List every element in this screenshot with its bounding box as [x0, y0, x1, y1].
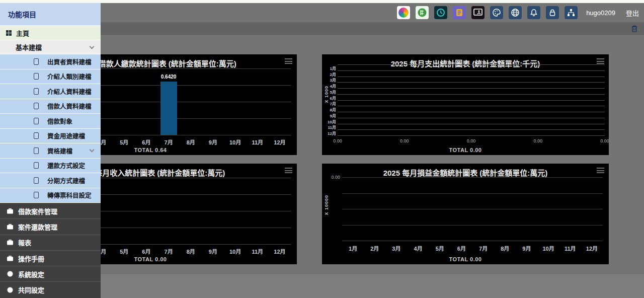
- x-axis-label: 2月: [366, 244, 383, 252]
- grid-line: [338, 77, 605, 77]
- y-axis-label: 3月: [323, 77, 336, 83]
- sidebar: 功能項目 主頁 基本建檔 出資者資料建檔介紹人類別建檔介紹人資料建檔借款人資料建…: [0, 3, 101, 298]
- bell-app-icon[interactable]: [527, 6, 540, 19]
- sidebar-item-label: 借款對象: [47, 116, 72, 126]
- document-icon: [34, 162, 39, 169]
- x-axis-tick-label: 0.00: [461, 138, 481, 143]
- sidebar-item-label: 主頁: [16, 28, 29, 38]
- page-top-strip: [0, 0, 644, 3]
- grid-line: [342, 241, 603, 241]
- colorful-swirl-app-icon[interactable]: [397, 6, 410, 19]
- grid-line: [338, 64, 605, 65]
- x-axis-label: 1月: [345, 244, 362, 252]
- globe-app-icon[interactable]: [509, 6, 522, 19]
- sidebar-item-介紹人類別建檔[interactable]: 介紹人類別建檔: [0, 69, 101, 85]
- sidebar-item-label: 出資者資料建檔: [47, 57, 92, 66]
- x-axis-tick-label: 0.00: [528, 138, 548, 143]
- x-axis-label: 3月: [388, 244, 405, 252]
- sidebar-item-資金用途建檔[interactable]: 資金用途建檔: [0, 129, 101, 144]
- grid-line: [342, 193, 603, 194]
- x-axis-label: 7月: [160, 247, 177, 255]
- x-axis-tick-label: 0.00: [595, 138, 615, 143]
- sphere-icon: [7, 271, 14, 277]
- chart-total-label: TOTAL 0.00: [322, 256, 609, 262]
- trash-icon[interactable]: [630, 24, 639, 33]
- document-icon: [34, 147, 39, 154]
- sidebar-item-label: 資金用途建檔: [47, 131, 85, 140]
- sidebar-item-借款對象[interactable]: 借款對象: [0, 114, 101, 129]
- sidebar-item-label: 借款人資料建檔: [47, 101, 92, 111]
- grid-line: [342, 209, 603, 209]
- grid-line: [338, 106, 605, 106]
- document-icon: [34, 118, 39, 124]
- grid-line: [338, 118, 605, 118]
- x-axis-label: 9月: [204, 247, 221, 255]
- x-axis-tick-label: 0.00: [328, 138, 348, 143]
- y-axis-label: 2月: [323, 71, 336, 77]
- grid-line: [342, 225, 603, 226]
- grid-line: [338, 112, 605, 112]
- grid-line: [338, 124, 605, 124]
- sidebar-item-借款人資料建檔[interactable]: 借款人資料建檔: [0, 99, 101, 114]
- sidebar-item-出資者資料建檔[interactable]: 出資者資料建檔: [0, 54, 101, 69]
- sidebar-item-報表[interactable]: 報表: [0, 235, 101, 250]
- sidebar-item-label: 轉傳票科目設定: [47, 190, 92, 200]
- grid-line: [338, 82, 605, 83]
- sidebar-item-label: 還款方式設定: [47, 161, 85, 170]
- briefcase-icon: [7, 224, 14, 230]
- sidebar-item-label: 案件還款管理: [18, 222, 57, 232]
- x-axis-label: 10月: [227, 247, 244, 255]
- logout-button[interactable]: 登出: [626, 8, 639, 18]
- x-axis-label: 5月: [116, 138, 133, 146]
- chart-context-menu-icon[interactable]: [285, 58, 292, 65]
- grid-line: [338, 70, 605, 71]
- x-axis-label: 8月: [182, 247, 199, 255]
- y-axis-tick-label: 0.00: [321, 175, 340, 180]
- sidebar-item-介紹人資料建檔[interactable]: 介紹人資料建檔: [0, 84, 101, 99]
- presentation-app-icon[interactable]: [471, 6, 485, 19]
- sidebar-item-共同設定[interactable]: 共同設定: [0, 281, 101, 297]
- y-axis-label: 10月: [323, 119, 336, 124]
- axis-unit-label: X 1000: [324, 86, 329, 103]
- x-axis-label: 4月: [410, 244, 427, 252]
- green-finance-app-icon[interactable]: [416, 6, 429, 19]
- clock-app-icon[interactable]: [434, 6, 447, 19]
- x-axis-label: 8月: [182, 138, 199, 146]
- sidebar-item-還款方式設定[interactable]: 還款方式設定: [0, 159, 101, 174]
- chart-context-menu-icon[interactable]: [285, 168, 292, 175]
- y-axis-label: 12月: [323, 130, 336, 136]
- x-axis-label: 6月: [453, 244, 470, 252]
- document-icon: [34, 88, 39, 95]
- sidebar-item-label: 報表: [18, 238, 31, 247]
- sidebar-item-資格建檔[interactable]: 資格建檔: [0, 143, 101, 159]
- bar: [160, 82, 177, 135]
- document-icon: [34, 73, 39, 80]
- x-axis-label: 10月: [540, 244, 557, 252]
- grid-line: [338, 129, 605, 130]
- sphere-icon: [7, 287, 14, 293]
- sidebar-item-案件還款管理[interactable]: 案件還款管理: [0, 218, 101, 234]
- sidebar-item-分期方式建檔[interactable]: 分期方式建檔: [0, 173, 101, 188]
- chart-context-menu-icon[interactable]: [597, 168, 604, 175]
- lock-app-icon[interactable]: [546, 6, 559, 19]
- sidebar-group-basic-setup[interactable]: 基本建檔: [0, 40, 101, 54]
- sidebar-item-label: 共同設定: [18, 285, 44, 294]
- sidebar-item-home[interactable]: 主頁: [0, 26, 101, 40]
- chart-title: 2025 每月損益金額統計圖表 (統計金額單位:萬元): [322, 167, 609, 178]
- sidebar-item-借款案件管理[interactable]: 借款案件管理: [0, 203, 101, 218]
- x-axis-label: 12月: [583, 244, 600, 252]
- x-axis-label: 9月: [204, 138, 221, 146]
- chevron-down-icon: [90, 44, 95, 49]
- sidebar-item-系統設定[interactable]: 系統設定: [0, 266, 101, 281]
- sidebar-item-轉傳票科目設定[interactable]: 轉傳票科目設定: [0, 188, 101, 203]
- sidebar-item-操作手冊[interactable]: 操作手冊: [0, 250, 101, 266]
- briefcase-icon: [7, 255, 14, 262]
- scroll-app-icon[interactable]: [453, 6, 466, 19]
- document-icon: [34, 103, 39, 109]
- app-icon-row: [397, 6, 578, 19]
- sidebar-item-label: 借款案件管理: [18, 206, 57, 216]
- sitemap-app-icon[interactable]: [565, 6, 578, 19]
- grid-line: [342, 177, 603, 178]
- palette-app-icon[interactable]: [490, 6, 503, 19]
- username-label: hugo0209: [586, 9, 615, 17]
